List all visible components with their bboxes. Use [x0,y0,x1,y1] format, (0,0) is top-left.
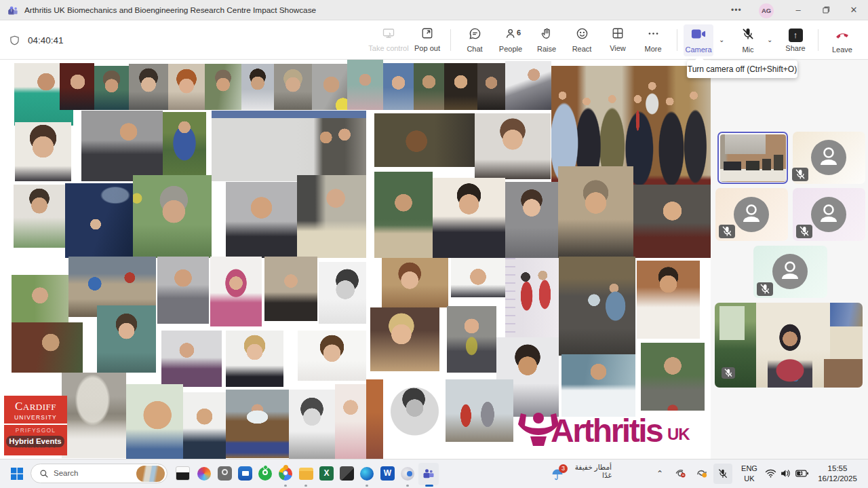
svg-text:T: T [10,10,12,13]
